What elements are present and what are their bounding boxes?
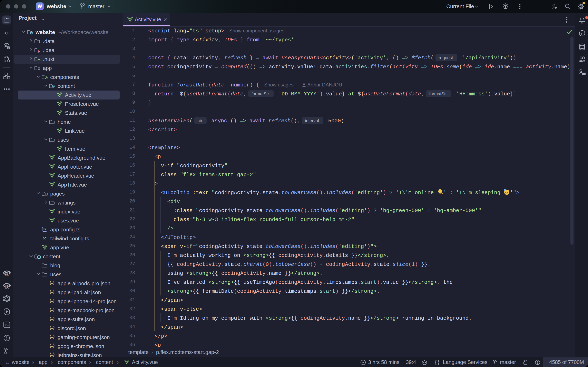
svg-text:R: R <box>5 271 9 277</box>
svg-text:R: R <box>5 284 9 289</box>
